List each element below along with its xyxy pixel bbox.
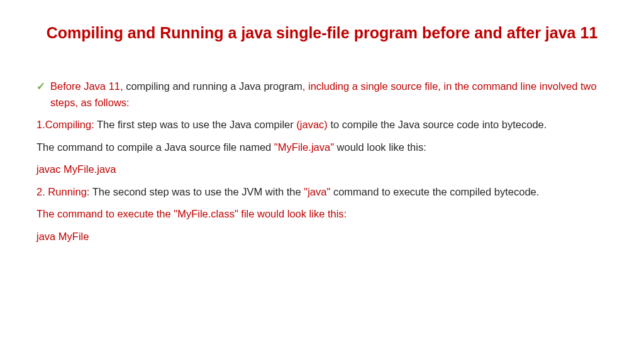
paragraph: 1.Compiling: The first step was to use t…: [36, 117, 608, 133]
text-span: "MyFile.java": [274, 141, 334, 153]
text-span: command to execute the compiled bytecode…: [330, 186, 539, 197]
text-span: The first step was to use the Java compi…: [94, 119, 297, 130]
bullet-text: Before Java 11, compiling and running a …: [50, 79, 608, 111]
checkmark-icon: ✓: [36, 79, 45, 111]
slide-title: Compiling and Running a java single-file…: [36, 24, 608, 42]
text-span: The second step was to use the JVM with …: [89, 186, 304, 197]
bullet-item: ✓ Before Java 11, compiling and running …: [36, 79, 608, 111]
paragraph: 2. Running: The second step was to use t…: [36, 184, 608, 200]
paragraph: The command to compile a Java source fil…: [36, 140, 608, 156]
text-span: (javac): [296, 119, 328, 130]
text-span: compiling and running a Java program: [123, 80, 303, 92]
text-span: The command to compile a Java source fil…: [36, 141, 274, 153]
command-line: java MyFile: [36, 229, 608, 245]
paragraph: The command to execute the "MyFile.class…: [36, 206, 608, 222]
text-span: Running:: [48, 186, 89, 197]
text-span: would look like this:: [334, 141, 426, 153]
text-span: Before Java 11,: [50, 80, 123, 92]
text-span: 2.: [36, 186, 48, 197]
text-span: "java": [304, 186, 330, 197]
slide-content: ✓ Before Java 11, compiling and running …: [36, 79, 608, 245]
text-span: to compile the Java source code into byt…: [328, 119, 547, 130]
text-span: Compiling:: [45, 119, 94, 130]
text-span: 1.: [36, 119, 45, 130]
command-line: javac MyFile.java: [36, 162, 608, 178]
